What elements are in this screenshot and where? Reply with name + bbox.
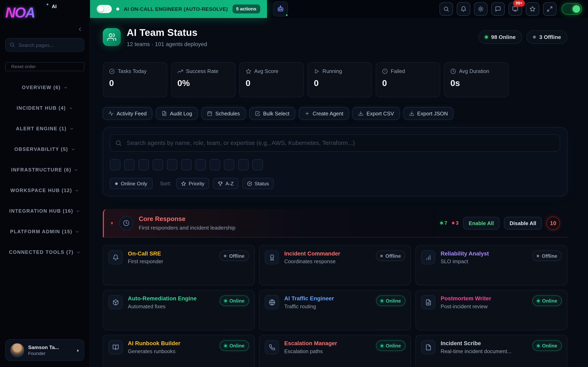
enable-all-button[interactable]: Enable All (463, 217, 499, 229)
app-logo[interactable]: NOA ✦ AI (0, 0, 90, 23)
clock-icon (450, 68, 456, 74)
team-controls: 7 3 Enable All Disable All 10 (440, 216, 560, 230)
agent-card[interactable]: AI Traffic Engineer Traffic routing Onli… (259, 290, 411, 330)
file-text-icon (425, 299, 432, 305)
action-button-label: Export CSV (366, 110, 394, 117)
filter-chip[interactable] (224, 159, 234, 170)
team-status-icon-tile (103, 28, 121, 46)
disable-all-button[interactable]: Disable All (504, 217, 542, 229)
agent-name: AI Traffic Engineer (284, 295, 334, 301)
agent-name: Reliability Analyst (441, 250, 489, 257)
chevron-down-icon (76, 250, 81, 254)
filter-chip[interactable] (153, 159, 163, 170)
message-icon (495, 6, 501, 12)
stat-header: Running (314, 68, 365, 74)
page-content: AI Team Status 12 teams · 101 agents dep… (90, 18, 588, 367)
caret-up-icon[interactable]: ▲ (76, 348, 79, 352)
agent-name: Incident Scribe (441, 340, 511, 346)
filter-chip[interactable] (238, 159, 249, 170)
sidebar-nav-item[interactable]: INCIDENT HUB (4) (0, 98, 90, 118)
agent-card[interactable]: Reliability Analyst SLO impact Offline (415, 245, 567, 285)
sidebar-nav-item[interactable]: INFRASTRUCTURE (6) (0, 159, 90, 180)
sort-option-chip[interactable]: A-Z (213, 178, 238, 189)
filter-chip[interactable] (110, 159, 120, 170)
sidebar-nav: OVERVIEW (6) INCIDENT HUB (4) ALERT ENGI… (0, 77, 90, 262)
status-pills: 98 Online 3 Offline (478, 30, 567, 44)
filter-chip[interactable] (195, 159, 206, 170)
page-subtitle: 12 teams · 101 agents deployed (127, 41, 207, 47)
agent-role: Real-time incident document... (441, 348, 511, 354)
agent-icon-tile (421, 340, 435, 354)
user-name: Samson Ta... (28, 344, 59, 350)
filter-chip[interactable] (167, 159, 177, 170)
stat-header: Avg Duration (450, 68, 502, 74)
team-online-count: 7 (440, 220, 447, 226)
file-text-icon (162, 111, 167, 116)
oncall-banner[interactable]: AI ON-CALL ENGINEER (AUTO-RESOLVE) 5 act… (90, 0, 267, 18)
app: NOA ✦ AI Reset order OVERVIEW (6) (0, 0, 588, 367)
agent-icon-tile (108, 250, 123, 264)
topbar-button[interactable] (526, 2, 539, 16)
action-button-label: Schedules (215, 110, 240, 117)
agent-role: Escalation paths (284, 348, 337, 354)
stats-row: Tasks Today 0 Success Rate 0% (103, 62, 567, 98)
action-button[interactable]: Audit Log (156, 107, 198, 120)
topbar-button[interactable]: 99+ (509, 2, 522, 16)
agent-card[interactable]: Incident Commander Coordinates response … (259, 245, 411, 285)
sort-option-chip[interactable]: Priority (176, 178, 209, 189)
sidebar-search-input[interactable] (5, 38, 85, 52)
topbar-button[interactable] (543, 2, 557, 16)
action-button[interactable]: Bulk Select (249, 107, 295, 120)
sort-option-chip[interactable]: Status (242, 178, 274, 189)
reset-order-button[interactable]: Reset order (5, 62, 85, 71)
action-button[interactable]: Export JSON (403, 107, 454, 120)
agent-icon-tile (265, 340, 279, 354)
sidebar-nav-item[interactable]: OVERVIEW (6) (0, 77, 90, 98)
status-dot-icon (380, 344, 383, 347)
filter-chip[interactable] (181, 159, 191, 170)
agent-status-label: Offline (542, 253, 557, 259)
topbar-button[interactable] (474, 2, 488, 16)
topbar-button[interactable] (440, 2, 453, 16)
filter-chip[interactable] (252, 159, 263, 170)
stat-label: Failed (391, 68, 405, 74)
filter-chip[interactable] (124, 159, 135, 170)
stat-label: Avg Score (254, 68, 278, 74)
action-button[interactable]: Schedules (201, 107, 246, 120)
sidebar-nav-item[interactable]: INTEGRATION HUB (16) (0, 201, 90, 221)
agent-role: Post-incident review (441, 303, 491, 309)
agent-card[interactable]: Auto-Remediation Engine Automated fixes … (103, 290, 255, 330)
theme-toggle[interactable] (562, 3, 582, 15)
assistant-robot-button[interactable] (273, 1, 288, 16)
filter-chip[interactable] (138, 159, 149, 170)
logo-wordmark: NOA (5, 2, 85, 23)
sidebar-nav-label: ALERT ENGINE (1) (16, 126, 67, 132)
collapse-caret-icon[interactable]: ▼ (110, 221, 114, 225)
oncall-toggle[interactable] (97, 5, 112, 13)
agent-card[interactable]: Postmortem Writer Post-incident review O… (415, 290, 567, 330)
team-name: Core Response (139, 215, 235, 223)
agent-card[interactable]: Escalation Manager Escalation paths Onli… (259, 335, 411, 367)
topbar-button[interactable] (457, 2, 470, 16)
agent-role: First responder (128, 258, 163, 264)
stat-value: 0s (450, 78, 502, 89)
sidebar-nav-item[interactable]: OBSERVABILITY (5) (0, 139, 90, 159)
action-button[interactable]: Activity Feed (103, 107, 152, 120)
user-profile-card[interactable]: Samson Ta... Founder ▲ (5, 339, 85, 361)
sidebar-nav-item[interactable]: ALERT ENGINE (1) (0, 118, 90, 139)
filter-chip[interactable] (210, 159, 220, 170)
chevron-left-icon[interactable] (77, 26, 83, 32)
agent-card[interactable]: Incident Scribe Real-time incident docum… (415, 335, 567, 367)
agent-search-input[interactable] (110, 134, 560, 151)
offline-dot-icon (533, 35, 536, 39)
sidebar-nav-item[interactable]: CONNECTED TOOLS (7) (0, 242, 90, 263)
sidebar-nav-item[interactable]: WORKSPACE HUB (12) (0, 180, 90, 201)
agent-card[interactable]: AI Runbook Builder Generates runbooks On… (103, 335, 255, 367)
sidebar-nav-item[interactable]: PLATFORM ADMIN (15) (0, 221, 90, 242)
online-only-chip[interactable]: Online Only (110, 178, 153, 189)
team-total-badge: 10 (546, 216, 560, 230)
agent-card[interactable]: On-Call SRE First responder Offline (103, 245, 255, 285)
topbar-button[interactable] (491, 2, 505, 16)
action-button[interactable]: Create Agent (299, 107, 349, 120)
action-button[interactable]: Export CSV (353, 107, 399, 120)
